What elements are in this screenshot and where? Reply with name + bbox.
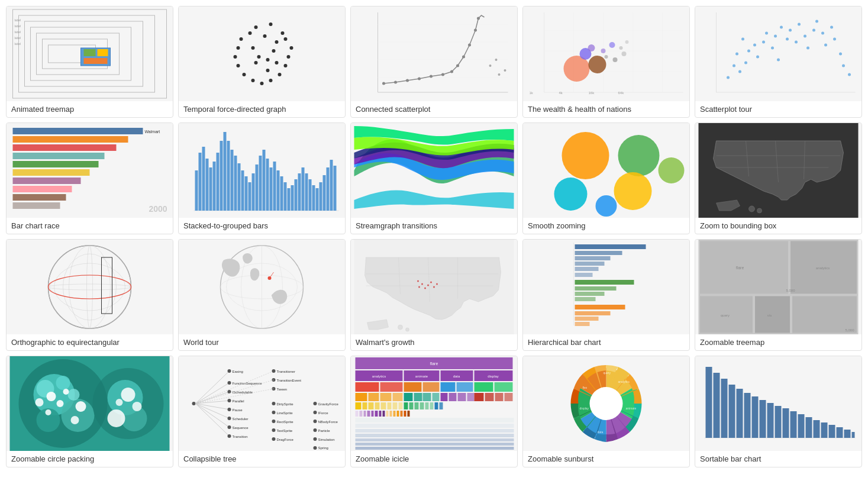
- svg-rect-240: [755, 296, 790, 333]
- svg-text:flare: flare: [430, 362, 438, 366]
- svg-point-26: [260, 82, 264, 85]
- svg-point-212: [421, 283, 423, 285]
- svg-point-91: [727, 76, 730, 79]
- svg-rect-227: [575, 273, 593, 277]
- svg-point-84: [625, 40, 629, 44]
- svg-point-255: [68, 389, 80, 401]
- card-animated-treemap[interactable]: label label label label label Animated t…: [6, 6, 173, 118]
- svg-point-177: [614, 172, 652, 210]
- svg-rect-139: [213, 162, 216, 211]
- card-smooth-zoom[interactable]: Smooth zooming: [522, 122, 690, 234]
- svg-point-266: [108, 409, 125, 427]
- svg-rect-8: [84, 49, 96, 56]
- svg-point-64: [495, 59, 498, 61]
- svg-rect-126: [13, 161, 99, 167]
- svg-rect-371: [409, 402, 414, 409]
- svg-point-92: [733, 64, 735, 67]
- card-zoomable-sunburst[interactable]: analytics animate data display flex quer…: [522, 356, 690, 467]
- visual-streamgraph: [351, 123, 517, 218]
- visual-stacked-grouped: [179, 123, 345, 218]
- card-label-stacked-grouped: Stacked-to-grouped bars: [179, 218, 345, 234]
- svg-rect-149: [249, 182, 251, 211]
- svg-point-254: [56, 376, 70, 390]
- svg-rect-422: [814, 420, 820, 438]
- svg-point-81: [613, 57, 618, 62]
- svg-point-322: [314, 437, 317, 441]
- svg-text:LineSprite: LineSprite: [277, 411, 293, 415]
- svg-point-306: [272, 411, 276, 414]
- svg-point-261: [71, 416, 79, 424]
- svg-point-219: [398, 325, 403, 330]
- svg-point-220: [406, 328, 409, 331]
- card-label-temporal-force: Temporal force-directed graph: [179, 101, 345, 117]
- svg-point-318: [314, 420, 317, 423]
- svg-rect-129: [13, 186, 72, 192]
- card-walmart[interactable]: Walmart's growth: [350, 239, 518, 351]
- svg-rect-369: [399, 402, 403, 409]
- svg-rect-171: [327, 167, 330, 211]
- svg-rect-123: [13, 136, 128, 143]
- card-streamgraph[interactable]: Streamgraph transitions: [350, 122, 518, 234]
- svg-rect-412: [737, 389, 743, 438]
- card-label-walmart: Walmart's growth: [351, 334, 517, 350]
- card-hierarchical-bar[interactable]: Hierarchical bar chart: [522, 239, 690, 351]
- card-wealth-health[interactable]: 1k 4k 16k 64k The wealth & health of nat…: [522, 6, 690, 118]
- svg-point-296: [272, 369, 276, 373]
- svg-text:ISchedulable: ISchedulable: [233, 391, 253, 394]
- card-world-tour[interactable]: World tour: [178, 239, 346, 351]
- svg-rect-341: [423, 382, 440, 392]
- svg-text:Particle: Particle: [318, 429, 331, 433]
- svg-point-269: [116, 399, 123, 406]
- svg-text:data: data: [598, 430, 604, 434]
- visual-animated-treemap: label label label label label: [7, 7, 173, 101]
- card-circle-packing[interactable]: Zoomable circle packing: [6, 356, 173, 467]
- card-zoom-bbox[interactable]: Zoom to bounding box: [695, 122, 862, 234]
- card-zoomable-icicle[interactable]: flare analytics animate data display: [350, 356, 518, 467]
- svg-point-78: [601, 49, 606, 53]
- svg-rect-354: [441, 393, 448, 401]
- card-collapsible-tree[interactable]: Easing FunctionSequence ISchedulable Par…: [178, 356, 346, 467]
- visual-sortable-bar: [695, 356, 861, 451]
- svg-rect-153: [263, 150, 266, 211]
- svg-point-258: [63, 389, 69, 395]
- svg-point-39: [251, 46, 255, 50]
- visual-zoomable-icicle: flare analytics animate data display: [351, 356, 517, 451]
- svg-point-16: [230, 21, 295, 86]
- svg-text:TransitionEvent: TransitionEvent: [277, 379, 302, 382]
- svg-text:animate: animate: [626, 407, 637, 410]
- svg-text:5,000: 5,000: [846, 328, 855, 332]
- svg-point-100: [771, 47, 774, 50]
- svg-point-21: [290, 46, 293, 50]
- svg-text:analytics: analytics: [618, 380, 630, 383]
- svg-rect-124: [13, 144, 117, 151]
- svg-point-37: [266, 58, 270, 62]
- svg-rect-424: [829, 425, 835, 438]
- svg-point-95: [747, 50, 750, 53]
- card-orthographic[interactable]: Orthographic to equirectangular: [6, 239, 173, 351]
- card-label-connected-scatter: Connected scatterplot: [351, 101, 517, 117]
- svg-rect-359: [485, 393, 494, 401]
- svg-rect-408: [706, 367, 712, 438]
- svg-point-304: [272, 402, 276, 405]
- svg-rect-358: [475, 393, 484, 401]
- card-zoomable-treemap[interactable]: flare analytics query vis 5,000 5,000 Zo…: [695, 239, 862, 351]
- svg-rect-145: [234, 156, 237, 211]
- card-sortable-bar[interactable]: Sortable bar chart: [695, 356, 862, 467]
- svg-point-213: [417, 280, 419, 282]
- svg-point-281: [228, 381, 231, 385]
- svg-point-175: [618, 135, 660, 176]
- card-temporal-force[interactable]: Temporal force-directed graph: [178, 6, 346, 118]
- svg-point-53: [430, 75, 433, 78]
- svg-point-194: [54, 263, 125, 311]
- card-bar-race[interactable]: Walmart 2000: [6, 122, 173, 234]
- svg-point-97: [756, 56, 759, 59]
- svg-text:Pause: Pause: [233, 408, 243, 412]
- svg-point-259: [36, 398, 44, 407]
- svg-point-310: [272, 428, 276, 432]
- svg-point-40: [254, 61, 258, 64]
- card-stacked-grouped[interactable]: Stacked-to-grouped bars: [178, 122, 346, 234]
- svg-rect-137: [206, 159, 209, 211]
- card-scatterplot-tour[interactable]: Scatterplot tour: [695, 6, 862, 118]
- svg-point-118: [738, 70, 741, 73]
- card-connected-scatter[interactable]: Connected scatterplot: [350, 6, 518, 118]
